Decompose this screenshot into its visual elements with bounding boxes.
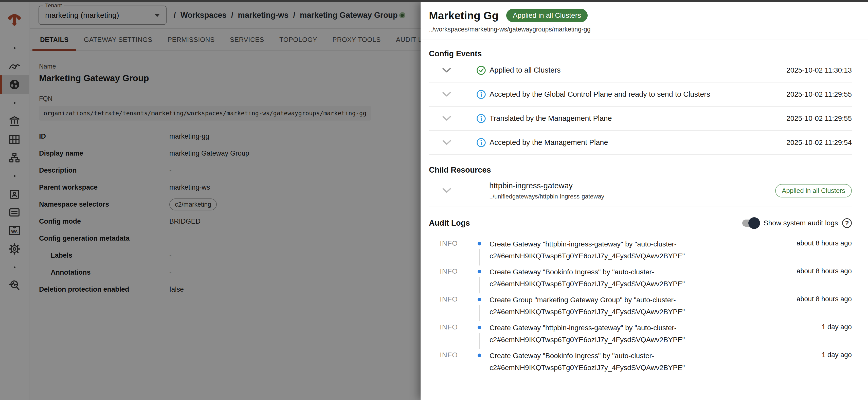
timeline xyxy=(477,322,482,346)
event-text: Applied to all Clusters xyxy=(490,66,786,74)
event-timestamp: 2025-10-02 11:29:54 xyxy=(786,139,852,147)
status-badge: Applied in all Clusters xyxy=(506,9,588,22)
info-circle-icon xyxy=(476,90,486,99)
timeline xyxy=(477,294,482,318)
child-status-badge: Applied in all Clusters xyxy=(775,184,852,197)
event-text: Accepted by the Management Plane xyxy=(490,138,786,147)
event-timestamp: 2025-10-02 11:29:55 xyxy=(786,114,852,122)
timeline-connector xyxy=(479,333,479,349)
audit-level: INFO xyxy=(440,350,477,359)
audit-dot-icon xyxy=(477,326,481,329)
audit-level: INFO xyxy=(440,294,477,303)
audit-logs-heading: Audit Logs xyxy=(429,219,470,228)
chevron-down-icon[interactable] xyxy=(442,68,451,73)
child-resources-list: httpbin-ingress-gateway ../unifiedgatewa… xyxy=(429,176,852,207)
chevron-down-icon[interactable] xyxy=(442,116,451,121)
audit-log-entry: INFO Create Group "marketing Gateway Gro… xyxy=(429,294,852,318)
config-event-row[interactable]: Translated by the Management Plane 2025-… xyxy=(429,107,852,131)
audit-relative-time: about 8 hours ago xyxy=(797,266,852,275)
event-timestamp: 2025-10-02 11:29:55 xyxy=(786,90,852,98)
show-system-audit-logs-toggle[interactable] xyxy=(742,220,759,227)
audit-level: INFO xyxy=(440,238,477,248)
audit-dot-icon xyxy=(477,353,481,357)
modal-dim-overlay[interactable] xyxy=(0,0,421,400)
window-top-strip xyxy=(0,0,868,2)
event-text: Accepted by the Global Control Plane and… xyxy=(490,90,786,98)
audit-dot-icon xyxy=(477,270,481,273)
audit-message: Create Gateway "Bookinfo Ingress" by "au… xyxy=(490,350,786,374)
timeline-connector xyxy=(479,277,479,293)
config-event-row[interactable]: Applied to all Clusters 2025-10-02 11:30… xyxy=(429,58,852,83)
audit-log-entry: INFO Create Gateway "httpbin-ingress-gat… xyxy=(429,322,852,346)
info-circle-icon xyxy=(476,138,486,147)
audit-message: Create Group "marketing Gateway Group" b… xyxy=(490,294,786,318)
audit-log-entry: INFO Create Gateway "Bookinfo Ingress" b… xyxy=(429,350,852,374)
audit-message: Create Gateway "httpbin-ingress-gateway"… xyxy=(490,322,786,346)
child-resource-name[interactable]: httpbin-ingress-gateway xyxy=(489,181,604,190)
child-resources-heading: Child Resources xyxy=(429,166,852,175)
audit-relative-time: about 8 hours ago xyxy=(797,294,852,303)
audit-log-entry: INFO Create Gateway "Bookinfo Ingress" b… xyxy=(429,266,852,290)
audit-message: Create Gateway "httpbin-ingress-gateway"… xyxy=(490,238,786,262)
child-resource-path: ../unifiedgateways/httpbin-ingress-gatew… xyxy=(489,193,604,200)
drawer-title: Marketing Gg xyxy=(429,9,499,22)
config-event-row[interactable]: Accepted by the Management Plane 2025-10… xyxy=(429,131,852,155)
audit-level: INFO xyxy=(440,322,477,331)
drawer-header: Marketing Gg Applied in all Clusters ../… xyxy=(421,2,868,40)
drawer-resource-path: ../workspaces/marketing-ws/gatewaygroups… xyxy=(429,26,852,33)
audit-log-entry: INFO Create Gateway "httpbin-ingress-gat… xyxy=(429,238,852,262)
chevron-down-icon[interactable] xyxy=(442,140,451,145)
timeline xyxy=(477,266,482,290)
audit-relative-time: about 8 hours ago xyxy=(797,238,852,247)
chevron-down-icon[interactable] xyxy=(442,92,451,97)
audit-relative-time: 1 day ago xyxy=(822,350,852,359)
help-icon[interactable]: ? xyxy=(842,218,852,228)
audit-level: INFO xyxy=(440,266,477,276)
timeline xyxy=(477,238,482,262)
child-resource-row[interactable]: httpbin-ingress-gateway ../unifiedgatewa… xyxy=(429,176,852,207)
resource-drawer: Marketing Gg Applied in all Clusters ../… xyxy=(421,2,868,400)
timeline xyxy=(477,350,482,374)
config-events-list: Applied to all Clusters 2025-10-02 11:30… xyxy=(429,58,852,155)
config-event-row[interactable]: Accepted by the Global Control Plane and… xyxy=(429,83,852,107)
event-timestamp: 2025-10-02 11:30:13 xyxy=(786,66,852,74)
config-events-heading: Config Events xyxy=(429,49,852,58)
event-text: Translated by the Management Plane xyxy=(490,114,786,122)
info-circle-icon xyxy=(476,114,486,123)
chevron-down-icon[interactable] xyxy=(442,188,451,193)
audit-log-list: INFO Create Gateway "httpbin-ingress-gat… xyxy=(429,238,852,374)
timeline-connector xyxy=(479,249,479,265)
check-circle-icon xyxy=(476,65,486,75)
toggle-label: Show system audit logs xyxy=(764,219,838,227)
audit-dot-icon xyxy=(477,298,481,301)
audit-message: Create Gateway "Bookinfo Ingress" by "au… xyxy=(490,266,786,290)
audit-relative-time: 1 day ago xyxy=(822,322,852,331)
audit-dot-icon xyxy=(477,242,481,246)
timeline-connector xyxy=(479,305,479,321)
